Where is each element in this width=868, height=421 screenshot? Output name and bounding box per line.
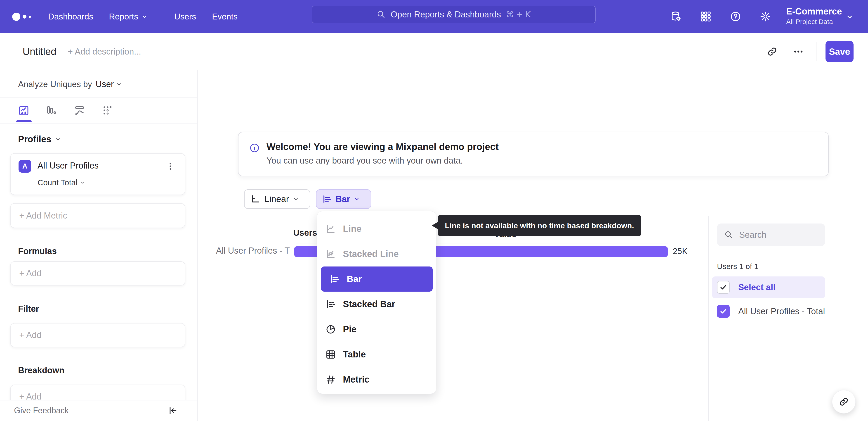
chart-row-label: All User Profiles - T (204, 245, 290, 256)
metric-name[interactable]: All User Profiles (37, 161, 98, 171)
menu-item-bar[interactable]: Bar (321, 266, 433, 291)
report-header: Untitled + Add description... Save (0, 33, 868, 71)
metric-card[interactable]: A All User Profiles Count Total (10, 153, 185, 195)
give-feedback-link[interactable]: Give Feedback (14, 400, 69, 421)
nav-item-label: Reports (109, 12, 138, 22)
chevron-down-icon (142, 14, 147, 20)
add-filter-button[interactable]: + Add (10, 323, 185, 347)
chart-type-dropdown[interactable]: Bar (316, 189, 371, 209)
nav-item-label: Users (174, 12, 196, 22)
check-icon (719, 283, 727, 291)
collapse-sidebar-icon[interactable] (167, 405, 178, 416)
stacked-bar-chart-icon (325, 299, 336, 310)
select-all-row[interactable]: Select all (712, 276, 825, 298)
add-metric-button[interactable]: + Add Metric (10, 203, 185, 228)
aggregation-value: Count Total (37, 178, 77, 187)
tooltip: Line is not available with no time based… (438, 215, 641, 236)
tooltip-text: Line is not available with no time based… (445, 221, 634, 230)
logo-dot (23, 15, 26, 19)
chevron-down-icon (354, 196, 360, 202)
welcome-banner: Welcome! You are viewing a Mixpanel demo… (238, 132, 829, 176)
nav-item-events[interactable]: Events (212, 0, 238, 33)
menu-item-table[interactable]: Table (317, 342, 436, 367)
tooltip-arrow (432, 222, 438, 229)
menu-item-label: Stacked Line (343, 249, 399, 259)
nav-item-dashboards[interactable]: Dashboards (48, 0, 93, 33)
legend-search-input[interactable]: Search (717, 224, 825, 246)
legend-item-checkbox[interactable] (717, 305, 730, 318)
menu-item-stacked-line[interactable]: Stacked Line (317, 242, 436, 266)
tab-funnels[interactable] (46, 105, 57, 116)
tab-retention[interactable] (102, 105, 114, 116)
check-icon (719, 307, 727, 315)
hash-icon (325, 374, 336, 385)
divider (0, 123, 197, 124)
menu-item-label: Stacked Bar (343, 299, 395, 309)
kebab-menu-icon[interactable] (165, 160, 176, 172)
project-name: E-Commerce (786, 5, 842, 17)
copy-link-icon[interactable] (767, 46, 778, 57)
nav-item-label: Events (212, 12, 238, 22)
tab-flows[interactable] (74, 105, 86, 116)
welcome-subtitle: You can use any board you see with your … (267, 156, 463, 166)
menu-item-label: Line (343, 224, 362, 234)
breakdown-section-title: Breakdown (18, 366, 64, 375)
menu-item-label: Bar (347, 274, 362, 284)
add-description-field[interactable]: + Add description... (68, 33, 141, 70)
apps-grid-icon[interactable] (700, 11, 712, 22)
global-search-button[interactable]: Open Reports & Dashboards ⌘ + K (312, 6, 596, 23)
link-icon (839, 397, 849, 407)
analyze-entity-value: User (96, 79, 114, 89)
menu-item-metric[interactable]: Metric (317, 367, 436, 392)
menu-item-line[interactable]: Line (317, 216, 436, 242)
mixpanel-logo[interactable] (12, 0, 31, 33)
analyze-entity-dropdown[interactable]: User (96, 79, 122, 89)
nav-item-reports[interactable]: Reports (109, 0, 147, 33)
menu-item-pie[interactable]: Pie (317, 317, 436, 342)
chevron-down-icon[interactable] (846, 13, 854, 21)
report-title[interactable]: Untitled (23, 33, 56, 70)
time-scale-label: Linear (265, 194, 289, 204)
table-icon (325, 349, 336, 360)
info-icon (249, 143, 260, 153)
welcome-title: Welcome! You are viewing a Mixpanel demo… (267, 141, 499, 152)
global-search-placeholder: Open Reports & Dashboards (391, 10, 501, 20)
logo-dot (29, 16, 31, 18)
line-chart-icon (325, 224, 336, 234)
save-button[interactable]: Save (826, 41, 854, 62)
chevron-down-icon (293, 196, 299, 202)
logo-dot (12, 13, 20, 21)
divider (816, 42, 816, 61)
share-link-button[interactable] (832, 390, 856, 414)
horizontal-bar-chart-icon (329, 274, 340, 285)
project-scope: All Project Data (786, 17, 842, 26)
gear-icon[interactable] (760, 11, 771, 22)
more-options-icon[interactable] (793, 46, 804, 57)
add-formula-button[interactable]: + Add (10, 261, 185, 285)
search-icon (377, 10, 385, 19)
data-management-icon[interactable] (670, 11, 682, 22)
project-switcher[interactable]: E-Commerce All Project Data (786, 5, 842, 26)
nav-item-label: Dashboards (48, 12, 93, 22)
time-scale-dropdown[interactable]: Linear (244, 189, 310, 209)
axis-icon (250, 194, 260, 204)
aggregation-dropdown[interactable]: Count Total (37, 178, 85, 187)
nav-item-users[interactable]: Users (174, 0, 196, 33)
menu-item-stacked-bar[interactable]: Stacked Bar (317, 291, 436, 317)
top-nav: Dashboards Reports Users Events Open Rep… (0, 0, 868, 33)
chevron-down-icon (116, 81, 122, 87)
legend-item-label: All User Profiles - Total (738, 301, 825, 322)
formulas-section-title: Formulas (18, 246, 57, 256)
help-icon[interactable] (730, 11, 741, 22)
filter-section-title: Filter (18, 304, 39, 314)
active-tab-indicator (16, 120, 32, 122)
global-search-shortcut: ⌘ + K (506, 10, 531, 19)
search-icon (724, 230, 733, 240)
sidebar-footer: Give Feedback (0, 400, 197, 421)
mixpanel-app: Dashboards Reports Users Events Open Rep… (0, 0, 868, 421)
chevron-down-icon (55, 136, 61, 142)
tab-insights[interactable] (18, 105, 30, 116)
profiles-section-header[interactable]: Profiles (18, 134, 61, 144)
legend-item[interactable]: All User Profiles - Total (712, 301, 825, 322)
select-all-checkbox[interactable] (717, 281, 730, 293)
